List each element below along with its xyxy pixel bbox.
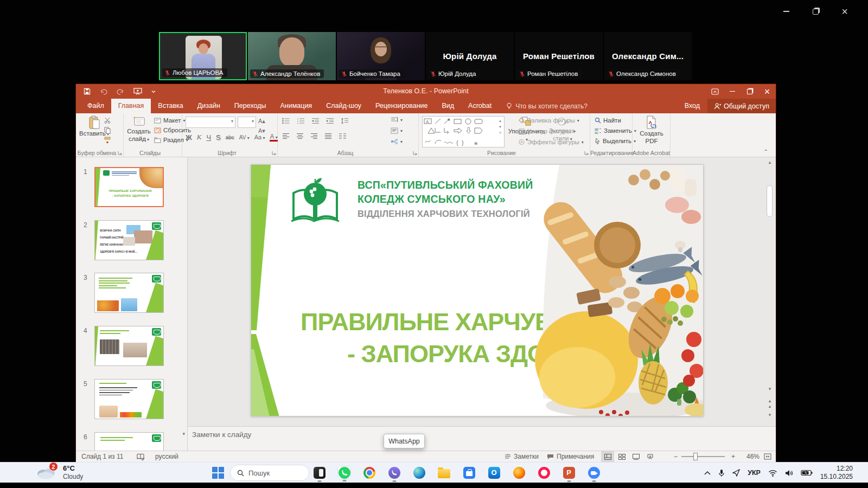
font-color-button[interactable]: A: [270, 133, 277, 142]
layout-button[interactable]: Макет: [154, 117, 186, 124]
spell-check-icon[interactable]: [137, 451, 145, 462]
zoom-out-icon[interactable]: −: [674, 451, 678, 462]
zoom-slider[interactable]: [681, 456, 725, 457]
participant-tile[interactable]: Александр Телёнков: [248, 32, 336, 80]
next-slide-icon[interactable]: ▾: [766, 412, 774, 418]
font-size-combo[interactable]: [238, 117, 256, 128]
shapes-gallery-scroll[interactable]: ▴▾≡: [497, 118, 503, 136]
college-name-block[interactable]: ВСП«ПУТИВЛЬСЬКИЙ ФАХОВИЙ КОЛЕДЖ СУМСЬКОГ…: [358, 178, 533, 219]
zoom-icon[interactable]: [587, 466, 601, 479]
participant-tile[interactable]: Олександр Сим... Олександр Симонов: [604, 32, 692, 80]
tab-home[interactable]: Главная: [111, 99, 151, 113]
decrease-indent-icon[interactable]: [311, 118, 320, 124]
slide-thumbnail-5[interactable]: [94, 379, 164, 419]
redo-icon[interactable]: [117, 88, 124, 95]
align-left-icon[interactable]: [282, 133, 290, 139]
zoom-slider-thumb[interactable]: [693, 453, 698, 460]
outlook-icon[interactable]: O: [487, 466, 501, 479]
slide-thumbnail-1[interactable]: ПРАВИЛЬНЕ ХАРЧУВАННЯ - ЗАПОРУКА ЗДОРОВ'Я: [94, 167, 164, 207]
save-icon[interactable]: [84, 88, 91, 95]
minimize-icon[interactable]: [779, 4, 793, 18]
participant-tile[interactable]: Бойченко Тамара: [337, 32, 425, 80]
slide-canvas[interactable]: ВСП«ПУТИВЛЬСЬКИЙ ФАХОВИЙ КОЛЕДЖ СУМСЬКОГ…: [251, 164, 704, 416]
tab-design[interactable]: Дизайн: [190, 99, 227, 113]
undo-icon[interactable]: [100, 88, 107, 95]
convert-smartart-button[interactable]: [391, 138, 403, 145]
align-center-icon[interactable]: [296, 133, 304, 139]
tab-transitions[interactable]: Переходы: [227, 99, 273, 113]
minimize-icon[interactable]: [724, 84, 741, 99]
new-slide-button[interactable]: Создать слайд: [126, 115, 152, 143]
language-indicator[interactable]: русский: [155, 451, 178, 462]
grow-font-icon[interactable]: A▴: [258, 118, 265, 125]
bold-button[interactable]: Ж: [186, 133, 192, 142]
start-slideshow-icon[interactable]: [133, 88, 142, 95]
numbering-icon[interactable]: [297, 118, 305, 124]
line-spacing-icon[interactable]: [341, 118, 349, 124]
italic-button[interactable]: К: [197, 133, 202, 142]
slide-thumbnail-3[interactable]: [94, 273, 164, 313]
tab-slideshow[interactable]: Слайд-шоу: [319, 99, 368, 113]
scroll-up-icon[interactable]: ▴: [766, 159, 774, 165]
tray-expand-icon[interactable]: [704, 471, 711, 475]
font-name-combo[interactable]: [186, 117, 235, 128]
tab-insert[interactable]: Вставка: [151, 99, 190, 113]
slideshow-view-button[interactable]: [643, 451, 656, 462]
weather-widget[interactable]: 2 6°C Cloudy: [35, 464, 83, 480]
zoom-in-icon[interactable]: +: [731, 451, 735, 462]
viber-icon[interactable]: [387, 466, 401, 479]
zoom-level[interactable]: 46%: [746, 451, 760, 462]
create-pdf-button[interactable]: A Создать PDF: [635, 115, 668, 145]
comments-toggle[interactable]: Примечания: [547, 451, 594, 462]
change-case-button[interactable]: Aa: [254, 134, 265, 140]
select-button[interactable]: Выделить: [595, 138, 636, 144]
slide-sorter-view-button[interactable]: [615, 451, 628, 462]
dialog-launcher-icon[interactable]: [272, 151, 276, 155]
align-right-icon[interactable]: [310, 133, 318, 139]
search-input[interactable]: Пошук: [230, 465, 309, 481]
format-painter-button[interactable]: [104, 137, 111, 144]
replace-button[interactable]: abac Заменить: [595, 127, 636, 134]
character-spacing-button[interactable]: AV: [239, 134, 250, 140]
columns-icon[interactable]: [339, 133, 347, 139]
volume-icon[interactable]: [785, 470, 793, 477]
restore-icon[interactable]: [741, 84, 758, 99]
previous-slide-icon[interactable]: ▴▴: [766, 398, 774, 409]
text-direction-button[interactable]: [391, 117, 403, 123]
dialog-launcher-icon[interactable]: [118, 151, 122, 155]
increase-indent-icon[interactable]: [326, 118, 334, 124]
underline-button[interactable]: Ч: [206, 133, 211, 142]
chrome-icon[interactable]: [362, 466, 376, 479]
copy-button[interactable]: [104, 127, 111, 134]
close-icon[interactable]: [758, 84, 776, 99]
scroll-down-icon[interactable]: ▾: [766, 386, 774, 391]
notes-toggle[interactable]: Заметки: [505, 451, 539, 462]
share-button[interactable]: Общий доступ: [707, 99, 776, 113]
close-icon[interactable]: [838, 4, 852, 18]
battery-icon[interactable]: [801, 470, 813, 476]
participant-tile[interactable]: Роман Решетілов Роман Решетілов: [515, 32, 603, 80]
slide-thumbnail-2[interactable]: ФІЗИЧНА СИЛА ГАРНИЙ НАСТРІЙ ЛЕГКЕ НАВЧАН…: [94, 220, 164, 260]
participant-tile[interactable]: Любов ЦАРЬОВА: [159, 32, 247, 80]
tab-review[interactable]: Рецензирование: [368, 99, 435, 113]
mic-status-icon[interactable]: [718, 469, 725, 477]
collapse-ribbon-icon[interactable]: ⌃: [764, 149, 768, 155]
sign-in-button[interactable]: Вход: [677, 99, 707, 113]
text-shadow-button[interactable]: S: [216, 133, 221, 142]
shape-effects-button[interactable]: Эффекты фигуры: [518, 139, 589, 145]
thumbnail-scroll-down-icon[interactable]: ▾: [182, 431, 185, 436]
tab-file[interactable]: Файл: [80, 99, 111, 113]
whatsapp-icon[interactable]: [337, 466, 351, 479]
microsoft-store-icon[interactable]: [462, 466, 476, 479]
dialog-launcher-icon[interactable]: [584, 151, 589, 155]
language-switcher[interactable]: УКР: [748, 469, 761, 477]
shapes-gallery[interactable]: A: [422, 116, 505, 147]
find-button[interactable]: Найти: [595, 117, 621, 124]
strikethrough-button[interactable]: abc: [226, 134, 234, 140]
tab-view[interactable]: Вид: [435, 99, 461, 113]
align-text-button[interactable]: [391, 127, 403, 134]
slide-thumbnail-6[interactable]: [94, 432, 164, 451]
justify-icon[interactable]: [324, 133, 332, 139]
file-explorer-icon[interactable]: [437, 466, 451, 479]
location-status-icon[interactable]: [732, 469, 740, 477]
